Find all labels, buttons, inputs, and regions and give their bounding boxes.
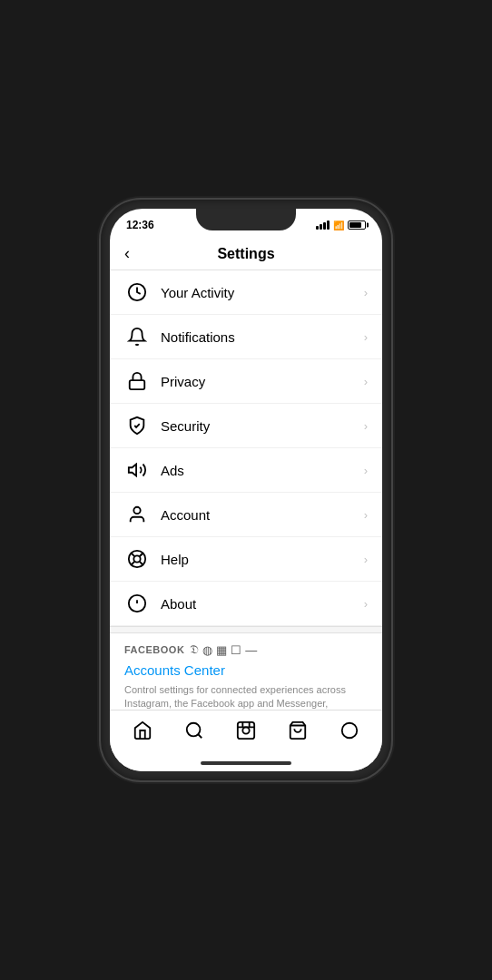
svg-line-7 <box>140 562 143 565</box>
tab-bar <box>110 710 382 755</box>
settings-item-ads[interactable]: Ads › <box>110 448 382 493</box>
tab-reels[interactable] <box>227 717 265 749</box>
profile-icon <box>339 720 359 745</box>
ads-label: Ads <box>161 463 364 478</box>
svg-marker-2 <box>129 465 136 476</box>
about-icon <box>124 591 150 616</box>
svg-line-6 <box>132 554 135 557</box>
svg-rect-1 <box>130 380 145 389</box>
settings-item-notifications[interactable]: Notifications › <box>110 315 382 359</box>
chevron-icon: › <box>364 286 368 299</box>
home-indicator <box>110 755 382 771</box>
svg-point-3 <box>133 507 140 514</box>
chevron-icon: › <box>364 375 368 388</box>
messenger-icon: ◍ <box>202 643 212 657</box>
chevron-icon: › <box>364 597 368 611</box>
back-button[interactable]: ‹ <box>124 244 130 263</box>
phone-screen: 12:36 📶 ‹ Settings <box>110 209 382 771</box>
security-label: Security <box>161 418 364 434</box>
svg-point-5 <box>133 555 140 562</box>
facebook-icon: 𝔇 <box>190 642 199 657</box>
navigation-header: ‹ Settings <box>110 238 382 270</box>
settings-item-account[interactable]: Account › <box>110 493 382 537</box>
page-title: Settings <box>217 246 274 262</box>
accounts-center-link[interactable]: Accounts Center <box>124 662 368 678</box>
battery-icon <box>348 220 366 230</box>
home-bar <box>201 761 291 765</box>
svg-line-9 <box>140 554 143 556</box>
facebook-app-icons: 𝔇 ◍ ▦ ☐ — <box>190 642 257 657</box>
tab-profile[interactable] <box>330 717 369 749</box>
settings-content: Your Activity › Notifications › <box>110 270 382 710</box>
tab-shop[interactable] <box>279 717 317 749</box>
notifications-icon <box>124 324 150 349</box>
wifi-icon: 📶 <box>333 220 344 230</box>
help-label: Help <box>161 552 364 567</box>
chevron-icon: › <box>364 464 368 477</box>
svg-point-22 <box>341 723 357 739</box>
facebook-section: FACEBOOK 𝔇 ◍ ▦ ☐ — Accounts Center Contr… <box>110 633 382 710</box>
svg-point-17 <box>242 727 249 733</box>
privacy-icon <box>124 368 150 394</box>
search-icon <box>184 720 204 745</box>
security-icon <box>124 413 150 438</box>
status-time: 12:36 <box>126 219 154 231</box>
chevron-icon: › <box>364 419 368 433</box>
account-icon <box>124 502 150 527</box>
chevron-icon: › <box>364 330 368 344</box>
home-icon <box>133 720 153 745</box>
settings-item-your-activity[interactable]: Your Activity › <box>110 270 382 315</box>
facebook-header: FACEBOOK 𝔇 ◍ ▦ ☐ — <box>124 642 368 657</box>
privacy-label: Privacy <box>161 374 364 389</box>
whatsapp-icon: ☐ <box>231 643 241 657</box>
phone-notch <box>196 209 296 230</box>
svg-line-15 <box>198 734 202 738</box>
your-activity-label: Your Activity <box>161 285 364 300</box>
svg-line-10 <box>132 562 135 565</box>
section-divider <box>110 626 382 633</box>
facebook-title: FACEBOOK <box>124 644 184 655</box>
reels-icon <box>236 720 256 745</box>
settings-item-help[interactable]: Help › <box>110 537 382 582</box>
your-activity-icon <box>124 279 150 305</box>
signal-icon <box>316 220 330 230</box>
oculus-icon: — <box>245 643 257 657</box>
notifications-label: Notifications <box>161 329 364 345</box>
tab-search[interactable] <box>175 717 213 749</box>
chevron-icon: › <box>364 553 368 566</box>
phone-frame: 12:36 📶 ‹ Settings <box>101 200 391 780</box>
chevron-icon: › <box>364 508 368 522</box>
svg-rect-16 <box>238 722 254 739</box>
tab-home[interactable] <box>123 717 162 749</box>
account-label: Account <box>161 507 364 523</box>
instagram-icon: ▦ <box>216 643 227 657</box>
status-icons: 📶 <box>316 220 366 230</box>
about-label: About <box>161 596 364 612</box>
svg-point-14 <box>187 723 201 737</box>
settings-item-security[interactable]: Security › <box>110 404 382 448</box>
facebook-description: Control settings for connected experienc… <box>124 683 368 710</box>
settings-item-about[interactable]: About › <box>110 582 382 626</box>
settings-list: Your Activity › Notifications › <box>110 270 382 626</box>
help-icon <box>124 546 150 572</box>
ads-icon <box>124 457 150 483</box>
shop-icon <box>288 720 308 745</box>
settings-item-privacy[interactable]: Privacy › <box>110 359 382 404</box>
